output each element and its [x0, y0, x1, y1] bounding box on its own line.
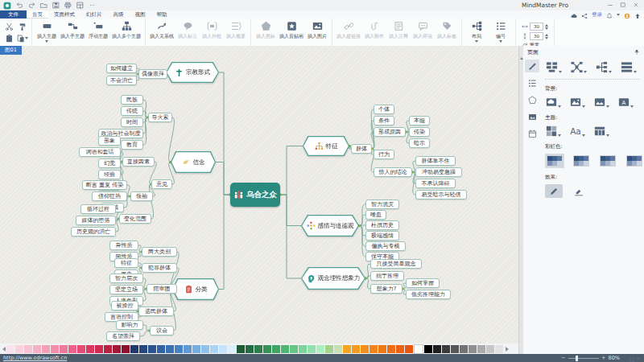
mindmap-node-c1[interactable]: 两大类别: [142, 247, 177, 257]
panel-tab-clipart2[interactable]: [525, 127, 539, 140]
color-swatch[interactable]: [51, 345, 59, 353]
mindmap-node-d1a[interactable]: 个体: [374, 105, 394, 114]
color-swatch[interactable]: [148, 345, 156, 353]
mindmap-node-d1e[interactable]: 惊人的结论: [374, 167, 412, 177]
mindmap-branch-e[interactable]: 感情与道德观: [301, 215, 359, 237]
color-swatch[interactable]: [405, 345, 413, 353]
paste-button[interactable]: [5, 34, 14, 43]
subtopic-button[interactable]: 插入子主题: [59, 20, 86, 41]
width-size-stepper[interactable]: [545, 24, 548, 30]
flag-button[interactable]: [635, 356, 642, 362]
qa-more-button[interactable]: [87, 1, 97, 10]
tab-help[interactable]: 帮助: [151, 10, 173, 19]
mindmap-node-b2a2[interactable]: 词语和套话: [79, 147, 121, 157]
qa-print-button[interactable]: [63, 1, 72, 10]
login-button[interactable]: 登录: [592, 11, 602, 19]
color-swatch[interactable]: [378, 345, 386, 353]
width-size-input[interactable]: 30: [530, 23, 543, 31]
mindmap-node-d1e3[interactable]: 不承认障碍: [415, 179, 456, 188]
mindmap-node-b2b2[interactable]: 信仰狂热: [92, 191, 127, 201]
mindmap-node-d1c2[interactable]: 传染: [409, 127, 430, 137]
color-swatch[interactable]: [433, 345, 441, 353]
color-swatch[interactable]: [157, 345, 165, 353]
bg-cloud-button[interactable]: [545, 96, 562, 109]
tab-slideshow[interactable]: 幻灯片: [80, 10, 108, 19]
color-swatch[interactable]: [254, 345, 262, 353]
clipart-button[interactable]: 插入剪贴画: [278, 20, 305, 41]
mindmap-node-b1e[interactable]: 教育: [121, 140, 143, 150]
mindmap-node-b2a3[interactable]: 幻觉: [98, 158, 121, 168]
panel-tab-background[interactable]: [525, 110, 539, 123]
color-swatch[interactable]: [237, 345, 245, 353]
color-swatch[interactable]: [77, 345, 85, 353]
mindmap-node-f1[interactable]: 只接受简单观念: [370, 259, 422, 269]
mindmap-node-d1c[interactable]: 形成原因: [374, 127, 406, 137]
relationship-button[interactable]: 插入关系线: [148, 20, 175, 41]
floating-topic-button[interactable]: 浮动主题: [86, 20, 110, 41]
panel-tab-outline[interactable]: [525, 76, 539, 89]
color-swatch[interactable]: [369, 345, 378, 353]
color-swatch[interactable]: [290, 345, 298, 353]
pin-icon[interactable]: [634, 49, 640, 56]
palette-scroll-right-button[interactable]: [504, 344, 510, 353]
tab-advanced[interactable]: 高级: [108, 10, 130, 19]
mindmap-node-b2a[interactable]: 直接因素: [122, 157, 155, 167]
color-swatch[interactable]: [387, 345, 395, 353]
mindmap-node-b2c1[interactable]: 循环过程: [80, 204, 116, 214]
qa-save-button[interactable]: [51, 1, 60, 10]
mindmap-node-f2[interactable]: 拙于推理: [370, 271, 404, 281]
mindmap-node-b2a1[interactable]: 形象: [98, 136, 121, 146]
tab-home[interactable]: 首页: [27, 10, 48, 19]
mindmap-node-e5[interactable]: 偏执与专横: [365, 241, 406, 251]
mindmap-node-b1[interactable]: 导火索: [148, 113, 172, 122]
theme-table-button[interactable]: [593, 125, 610, 138]
mindmap-node-c2a[interactable]: 特征: [114, 258, 138, 268]
color-swatch[interactable]: [486, 345, 494, 353]
color-swatch[interactable]: [299, 345, 307, 353]
color-swatch[interactable]: [86, 345, 94, 353]
mindmap-node-b1c[interactable]: 时间: [121, 117, 143, 127]
color-swatch[interactable]: [495, 345, 503, 353]
color-swatch[interactable]: [68, 345, 76, 353]
palette-scroll-left-button[interactable]: [1, 344, 6, 353]
mindmap-branch-c[interactable]: 分类: [172, 278, 219, 300]
mindmap-node-b2c3[interactable]: 历史观的消亡: [71, 227, 116, 237]
bg-photo-button[interactable]: [593, 96, 610, 109]
panel-tab-shape[interactable]: [525, 93, 539, 106]
mindmap-node-c4a[interactable]: 被操控: [111, 301, 138, 311]
color-swatch[interactable]: [316, 345, 324, 353]
color-swatch[interactable]: [15, 345, 23, 353]
color-swatch[interactable]: [24, 345, 32, 353]
qa-open-button[interactable]: [39, 1, 48, 10]
qa-app-logo-button[interactable]: [2, 1, 12, 10]
cut-button[interactable]: [5, 23, 14, 31]
color-swatch[interactable]: [352, 345, 360, 353]
mindmap-node-c5[interactable]: 议会: [150, 326, 174, 335]
rainbow-palette-2[interactable]: [572, 154, 591, 168]
color-swatch[interactable]: [460, 345, 468, 353]
mindmap-node-b2c2[interactable]: 媒体的堕落: [76, 216, 116, 225]
mindmap-branch-a[interactable]: 宗教形式: [166, 62, 219, 83]
mindmap-node-b1a[interactable]: 民族: [121, 95, 143, 105]
layout-button[interactable]: 布局: [464, 20, 489, 43]
color-swatch[interactable]: [6, 345, 14, 353]
color-swatch[interactable]: [246, 345, 254, 353]
color-swatch[interactable]: [414, 344, 423, 354]
color-swatch[interactable]: [113, 345, 121, 353]
website-link[interactable]: http://www.edrawsoft.cn: [3, 355, 67, 361]
qa-redo-button[interactable]: [27, 1, 36, 10]
mindmap-node-b2a4[interactable]: 经验: [98, 170, 121, 179]
tab-page-style[interactable]: 页面样式: [48, 10, 80, 19]
mindmap-node-f3a[interactable]: 如何掌握: [406, 278, 440, 288]
zoom-out-button[interactable]: −: [561, 355, 566, 361]
theme-grid-button[interactable]: [545, 125, 562, 138]
mindmap-branch-b[interactable]: 信念: [171, 151, 216, 173]
mindmap-node-d1e4[interactable]: 易受暗示与轻信: [415, 190, 467, 200]
color-swatch[interactable]: [263, 345, 271, 353]
mindmap-node-e2[interactable]: 嗜血: [365, 210, 386, 220]
color-swatch[interactable]: [95, 345, 103, 353]
mindmap-branch-d[interactable]: 特征: [303, 136, 349, 156]
color-swatch[interactable]: [442, 345, 450, 353]
mindmap-node-f3[interactable]: 想象力?: [370, 284, 402, 294]
mindmap-node-d1e1[interactable]: 群体靠不住: [415, 156, 456, 166]
